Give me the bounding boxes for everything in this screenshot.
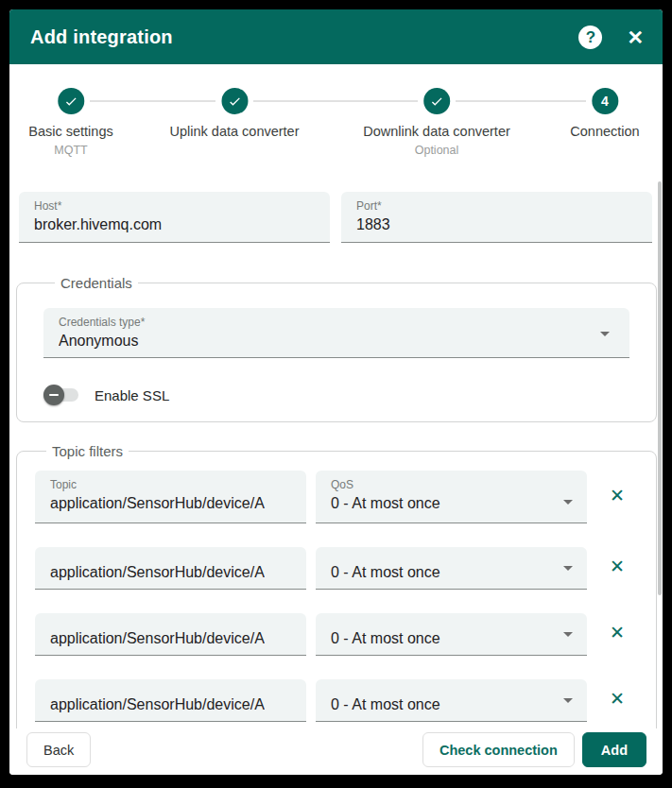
stepper: Basic settings MQTT Uplink data converte… — [9, 64, 663, 180]
topic-input[interactable]: application/SensorHub/device/A — [35, 547, 306, 590]
qos-select[interactable]: 0 - At most once — [316, 613, 587, 656]
credentials-fieldset: Credentials Credentials type* Anonymous … — [16, 275, 657, 422]
topic-filter-row: application/SensorHub/device/A 0 - At mo… — [35, 613, 638, 656]
step-basic-settings: Basic settings MQTT — [28, 88, 112, 157]
topic-input[interactable]: Topic application/SensorHub/device/A — [35, 471, 306, 523]
topic-value: application/SensorHub/device/A — [50, 630, 265, 647]
step-downlink-converter: Downlink data converter Optional — [363, 88, 510, 157]
topic-filters-legend: Topic filters — [46, 443, 129, 459]
qos-select[interactable]: QoS 0 - At most once — [316, 471, 587, 523]
qos-select[interactable]: 0 - At most once — [316, 679, 587, 722]
step-number-badge[interactable]: 4 — [592, 88, 618, 114]
credentials-type-select[interactable]: Credentials type* Anonymous — [43, 308, 629, 358]
vertical-scrollbar[interactable] — [658, 181, 662, 595]
remove-topic-filter-button[interactable]: ✕ — [596, 622, 638, 647]
topic-value: application/SensorHub/device/A — [50, 564, 265, 581]
qos-label: QoS — [331, 478, 572, 491]
remove-topic-filter-button[interactable]: ✕ — [596, 485, 638, 510]
close-icon[interactable]: ✕ — [627, 27, 644, 47]
chevron-down-icon — [563, 698, 573, 703]
host-label: Host* — [34, 199, 315, 213]
dialog-header: Add integration ? ✕ — [9, 9, 663, 64]
toggle-knob-off-icon — [43, 385, 64, 405]
step-done-check-icon[interactable] — [423, 88, 450, 114]
topic-value: application/SensorHub/device/A — [50, 696, 265, 713]
step-label: Basic settings — [28, 124, 112, 139]
check-connection-button[interactable]: Check connection — [422, 732, 575, 767]
port-label: Port* — [356, 199, 637, 213]
host-value: broker.hivemq.com — [34, 216, 315, 233]
step-done-check-icon[interactable] — [58, 88, 84, 114]
credentials-type-value: Anonymous — [59, 333, 614, 350]
topic-input[interactable]: application/SensorHub/device/A — [35, 613, 306, 656]
chevron-down-icon — [600, 332, 610, 336]
credentials-legend: Credentials — [55, 275, 138, 291]
qos-select[interactable]: 0 - At most once — [316, 547, 587, 590]
qos-value: 0 - At most once — [331, 564, 440, 581]
header-icons: ? ✕ — [578, 26, 644, 49]
topic-filter-row: application/SensorHub/device/A 0 - At mo… — [35, 679, 638, 722]
topic-value: application/SensorHub/device/A — [50, 495, 291, 512]
enable-ssl-row: Enable SSL — [43, 384, 629, 406]
step-sublabel — [169, 144, 299, 157]
credentials-type-label: Credentials type* — [59, 316, 614, 329]
step-label: Downlink data converter — [363, 124, 510, 139]
topic-filter-row: Topic application/SensorHub/device/A QoS… — [35, 471, 638, 523]
screenshot-frame: Add integration ? ✕ Basic settings MQTT — [0, 0, 672, 788]
topic-input[interactable]: application/SensorHub/device/A — [35, 679, 306, 722]
topic-filter-row: application/SensorHub/device/A 0 - At mo… — [35, 547, 638, 590]
topic-filters-fieldset: Topic filters Topic application/SensorHu… — [16, 443, 657, 728]
add-integration-dialog: Add integration ? ✕ Basic settings MQTT — [9, 9, 663, 775]
step-sublabel: Optional — [363, 144, 510, 157]
step-number: 4 — [601, 94, 609, 109]
qos-value: 0 - At most once — [331, 696, 440, 713]
enable-ssl-toggle[interactable] — [46, 388, 78, 402]
step-uplink-converter: Uplink data converter — [169, 88, 299, 157]
dialog-title: Add integration — [30, 26, 578, 48]
qos-value: 0 - At most once — [331, 630, 440, 647]
port-input[interactable]: Port* 1883 — [341, 192, 652, 243]
port-value: 1883 — [356, 216, 637, 233]
dialog-footer: Back Check connection Add — [9, 728, 663, 775]
dialog-content: Host* broker.hivemq.com Port* 1883 Crede… — [9, 180, 663, 728]
chevron-down-icon — [563, 566, 573, 571]
minus-icon — [49, 394, 59, 397]
host-input[interactable]: Host* broker.hivemq.com — [19, 192, 330, 243]
enable-ssl-label: Enable SSL — [95, 387, 169, 403]
qos-value: 0 - At most once — [331, 495, 572, 512]
chevron-down-icon — [563, 500, 573, 505]
step-done-check-icon[interactable] — [221, 88, 248, 114]
step-sublabel: MQTT — [28, 144, 112, 157]
step-connection: 4 Connection — [570, 88, 639, 157]
remove-topic-filter-button[interactable]: ✕ — [596, 688, 638, 713]
step-label: Uplink data converter — [169, 124, 299, 139]
back-button[interactable]: Back — [26, 732, 91, 767]
help-icon[interactable]: ? — [578, 26, 602, 49]
host-port-row: Host* broker.hivemq.com Port* 1883 — [19, 192, 652, 243]
step-label: Connection — [570, 124, 639, 139]
step-sublabel — [570, 144, 639, 157]
add-button[interactable]: Add — [582, 732, 646, 767]
chevron-down-icon — [563, 632, 573, 637]
topic-label: Topic — [50, 478, 291, 491]
remove-topic-filter-button[interactable]: ✕ — [596, 556, 638, 581]
